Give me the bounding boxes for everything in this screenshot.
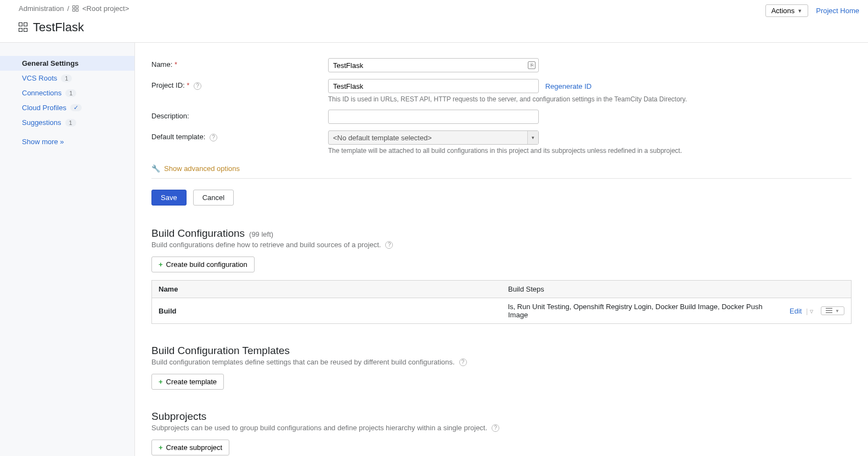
chevron-down-icon: ▾ — [527, 131, 538, 144]
col-name: Name — [152, 281, 502, 298]
sidebar: General Settings VCS Roots 1 Connections… — [0, 43, 135, 456]
breadcrumb-admin[interactable]: Administration — [19, 4, 64, 13]
project-id-label: Project ID: * — [151, 79, 328, 90]
sidebar-item-general-settings[interactable]: General Settings — [0, 56, 134, 71]
description-input[interactable] — [328, 110, 539, 124]
actions-button[interactable]: Actions ▼ — [765, 4, 809, 17]
divider — [151, 178, 852, 179]
dropdown-icon[interactable]: ▽ — [810, 309, 813, 314]
save-button[interactable]: Save — [151, 190, 187, 206]
template-help: The template will be attached to all bui… — [328, 147, 712, 155]
sidebar-item-connections[interactable]: Connections 1 — [0, 86, 134, 100]
sidebar-item-label: VCS Roots — [22, 74, 57, 82]
top-bar: Administration / <Root project> Actions … — [0, 0, 868, 17]
build-steps-cell: ls, Run Unit Testing, Openshift Registry… — [508, 303, 783, 319]
project-icon — [19, 22, 29, 32]
build-configs-heading: Build Configurations (99 left) — [151, 227, 852, 240]
caret-down-icon: ▼ — [797, 8, 802, 14]
show-more-link[interactable]: Show more » — [0, 130, 134, 149]
description-label: Description: — [151, 110, 328, 120]
edit-link[interactable]: Edit — [790, 307, 802, 315]
sidebar-item-label: General Settings — [22, 59, 78, 67]
help-icon[interactable] — [492, 424, 499, 432]
templates-desc: Build configuration templates define set… — [151, 358, 852, 366]
top-right: Actions ▼ Project Home — [765, 4, 859, 17]
regenerate-id-link[interactable]: Regenerate ID — [545, 82, 592, 90]
sidebar-item-label: Suggestions — [22, 118, 61, 127]
count-badge: 1 — [61, 75, 72, 82]
breadcrumb: Administration / <Root project> — [19, 4, 129, 13]
main-content: Name: * ⎘ Project ID: * Regenerate ID Th… — [135, 43, 868, 456]
project-icon — [72, 5, 79, 12]
check-badge: ✓ — [70, 104, 82, 111]
name-input[interactable] — [328, 58, 539, 72]
plus-icon: + — [159, 260, 163, 269]
page-title: TestFlask — [33, 20, 84, 35]
help-icon[interactable] — [385, 241, 393, 249]
list-icon — [826, 308, 832, 314]
wrench-icon: 🔧 — [151, 164, 160, 173]
help-icon[interactable] — [459, 358, 467, 366]
help-icon[interactable] — [194, 82, 201, 90]
templates-heading: Build Configuration Templates — [151, 345, 852, 357]
sidebar-item-label: Connections — [22, 89, 61, 97]
table-row: Build ls, Run Unit Testing, Openshift Re… — [152, 298, 852, 324]
create-template-button[interactable]: + Create template — [151, 374, 224, 390]
name-label: Name: * — [151, 58, 328, 69]
show-advanced-options[interactable]: 🔧 Show advanced options — [151, 164, 852, 173]
sidebar-item-label: Cloud Profiles — [22, 104, 66, 112]
sidebar-item-cloud-profiles[interactable]: Cloud Profiles ✓ — [0, 100, 134, 115]
subprojects-desc: Subprojects can be used to group build c… — [151, 424, 852, 432]
breadcrumb-sep: / — [67, 4, 69, 13]
chevron-down-icon: ▼ — [835, 309, 839, 314]
cancel-button[interactable]: Cancel — [193, 190, 234, 206]
build-configs-desc: Build configurations define how to retri… — [151, 241, 852, 249]
plus-icon: + — [159, 378, 163, 386]
default-template-label: Default template: — [151, 130, 328, 141]
count-badge: 1 — [65, 119, 76, 127]
sidebar-item-suggestions[interactable]: Suggestions 1 — [0, 115, 134, 130]
project-home-link[interactable]: Project Home — [816, 7, 859, 15]
select-value: <No default template selected> — [333, 134, 432, 142]
col-build-steps: Build Steps — [501, 281, 852, 298]
create-subproject-button[interactable]: + Create subproject — [151, 440, 229, 455]
default-template-select[interactable]: <No default template selected> ▾ — [328, 130, 539, 145]
build-name-cell[interactable]: Build — [152, 298, 502, 324]
breadcrumb-root[interactable]: <Root project> — [82, 4, 129, 13]
build-configs-table: Name Build Steps Build ls, Run Unit Test… — [151, 280, 852, 324]
create-build-config-button[interactable]: + Create build configuration — [151, 256, 255, 272]
title-row: TestFlask — [0, 17, 868, 42]
plus-icon: + — [159, 443, 163, 452]
subprojects-heading: Subprojects — [151, 411, 852, 423]
magic-wand-icon[interactable]: ⎘ — [528, 61, 536, 69]
reorder-button[interactable]: ▼ — [821, 306, 844, 315]
project-id-help: This ID is used in URLs, REST API, HTTP … — [328, 95, 712, 103]
help-icon[interactable] — [210, 134, 217, 141]
sidebar-item-vcs-roots[interactable]: VCS Roots 1 — [0, 71, 134, 86]
actions-label: Actions — [771, 7, 795, 15]
project-id-input[interactable] — [328, 79, 539, 93]
count-badge: 1 — [65, 89, 76, 97]
